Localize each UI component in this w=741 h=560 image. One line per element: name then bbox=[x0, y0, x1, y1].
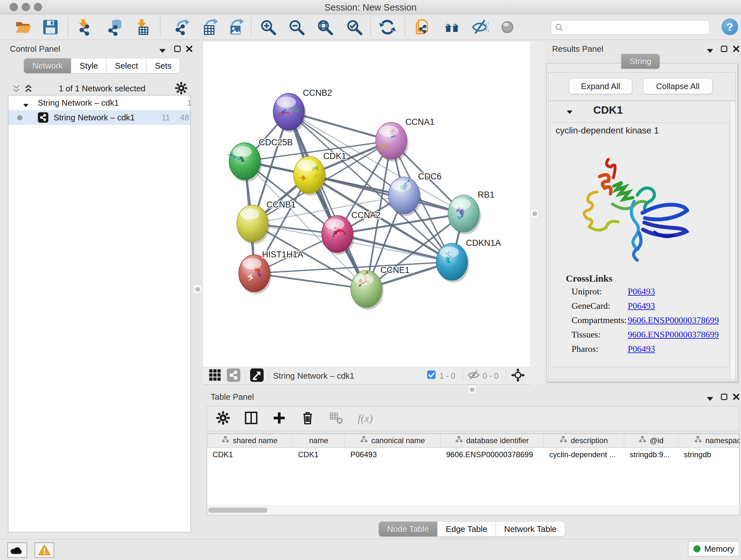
table-cell[interactable]: CDK1 bbox=[293, 448, 345, 462]
column-header-namespace[interactable]: namespace bbox=[678, 434, 740, 447]
open-folder-icon[interactable] bbox=[15, 18, 32, 36]
table-hscrollbar-thumb[interactable] bbox=[208, 508, 267, 513]
table-panel-menu-icon[interactable] bbox=[706, 395, 714, 404]
column-header-canonical-name[interactable]: canonical name bbox=[345, 434, 441, 447]
table-cell[interactable]: 9606.ENSP00000378699 bbox=[441, 448, 544, 462]
node-label-rb1: RB1 bbox=[478, 190, 495, 199]
delete-column-icon[interactable] bbox=[300, 411, 315, 427]
home-icon[interactable] bbox=[444, 18, 461, 36]
tab-sets[interactable]: Sets bbox=[146, 58, 180, 73]
table-panel-float-icon[interactable] bbox=[720, 393, 728, 402]
column-header-shared-name[interactable]: shared name bbox=[207, 434, 293, 447]
search-input[interactable] bbox=[551, 20, 710, 35]
add-column-icon[interactable] bbox=[272, 411, 286, 426]
tab-select[interactable]: Select bbox=[107, 58, 146, 73]
table-hscrollbar[interactable] bbox=[207, 506, 739, 515]
import-network-icon[interactable] bbox=[75, 18, 92, 36]
column-header-database-identifier[interactable]: database identifier bbox=[441, 434, 544, 447]
network-node-cdc6[interactable] bbox=[388, 177, 421, 216]
refresh-icon[interactable] bbox=[379, 18, 396, 36]
network-options-gear-icon[interactable] bbox=[175, 82, 188, 96]
network-canvas[interactable]: CCNB2CCNA1CDC25BCDK1CDC6RB1CCNB1CCNA2CDK… bbox=[203, 42, 530, 367]
crosslink-value[interactable]: P06493 bbox=[628, 287, 655, 297]
help-button[interactable]: ? bbox=[722, 18, 738, 35]
node-table[interactable]: shared namenamecanonical namedatabase id… bbox=[207, 434, 740, 515]
tab-network-table[interactable]: Network Table bbox=[496, 521, 565, 537]
table-panel-close-icon[interactable] bbox=[732, 393, 740, 402]
table-cell[interactable]: CDK1 bbox=[207, 448, 293, 462]
birdseye-grid-icon[interactable] bbox=[208, 368, 222, 383]
clone-network-icon[interactable] bbox=[414, 18, 431, 36]
collapse-all-networks-icon[interactable] bbox=[11, 84, 21, 95]
export-table-icon[interactable] bbox=[202, 18, 219, 36]
export-network-icon[interactable] bbox=[173, 18, 191, 36]
network-node-ccne1[interactable] bbox=[351, 270, 384, 310]
network-node-ccnb2[interactable] bbox=[273, 93, 306, 132]
protein-structure-image bbox=[559, 150, 693, 268]
open-in-window-icon[interactable] bbox=[250, 368, 264, 383]
zoom-in-icon[interactable] bbox=[259, 18, 277, 36]
import-database-icon[interactable] bbox=[106, 18, 123, 36]
save-icon[interactable] bbox=[42, 18, 59, 36]
cdk1-collapse-icon[interactable] bbox=[566, 108, 574, 117]
results-panel-menu-icon[interactable] bbox=[706, 47, 714, 56]
network-node-ccnb1[interactable] bbox=[237, 205, 270, 244]
crosslink-value[interactable]: 9606.ENSP00000378699 bbox=[628, 315, 719, 325]
column-header--id[interactable]: @id bbox=[624, 434, 678, 447]
table-row[interactable]: CDK1CDK1P064939606.ENSP00000378699cyclin… bbox=[207, 448, 739, 462]
tab-style[interactable]: Style bbox=[71, 58, 107, 73]
collapse-all-button[interactable]: Collapse All bbox=[643, 78, 713, 94]
network-node-ccna2[interactable] bbox=[322, 215, 354, 255]
crosslink-value[interactable]: P06493 bbox=[628, 344, 655, 354]
network-node-hist1h1a[interactable] bbox=[239, 255, 272, 294]
hidden-eye-icon[interactable] bbox=[467, 369, 480, 383]
show-columns-icon[interactable] bbox=[244, 411, 258, 426]
fit-selected-crosshair-icon[interactable] bbox=[510, 368, 526, 384]
warning-button[interactable] bbox=[35, 543, 54, 558]
table-cell[interactable]: P06493 bbox=[345, 448, 441, 462]
network-node-ccna1[interactable] bbox=[376, 122, 408, 162]
network-edge[interactable] bbox=[289, 112, 366, 289]
cloud-button[interactable] bbox=[7, 543, 27, 558]
right-splitter-handle[interactable] bbox=[530, 209, 539, 218]
table-cell[interactable]: stringdb:9... bbox=[624, 448, 678, 462]
eye-gray-icon[interactable] bbox=[499, 18, 516, 36]
control-panel-close-icon[interactable] bbox=[185, 45, 193, 54]
tab-node-table[interactable]: Node Table bbox=[379, 521, 437, 537]
control-panel-menu-icon[interactable] bbox=[158, 47, 166, 56]
results-panel-close-icon[interactable] bbox=[732, 45, 740, 54]
expand-all-button[interactable]: Expand All bbox=[569, 78, 632, 94]
zoom-out-icon[interactable] bbox=[288, 18, 305, 36]
results-scrollbar[interactable] bbox=[730, 102, 735, 379]
control-panel-float-icon[interactable] bbox=[173, 45, 182, 54]
table-settings-gear-icon[interactable] bbox=[216, 411, 230, 426]
selected-checkbox-icon[interactable] bbox=[427, 370, 437, 381]
network-node-cdkn1a[interactable] bbox=[436, 243, 469, 283]
column-header-name[interactable]: name bbox=[293, 434, 345, 447]
table-cell[interactable]: stringdb bbox=[678, 448, 740, 462]
memory-button[interactable]: Memory bbox=[688, 541, 740, 557]
toolbar-separator bbox=[68, 17, 68, 36]
tab-network[interactable]: Network bbox=[23, 58, 71, 73]
crosslink-value[interactable]: P06493 bbox=[628, 301, 655, 311]
zoom-fit-icon[interactable] bbox=[316, 18, 333, 36]
selected-node-edge-counts: 1 - 0 bbox=[440, 371, 455, 381]
crosslink-value[interactable]: 9606.ENSP00000378699 bbox=[628, 329, 719, 340]
column-header-description[interactable]: description bbox=[544, 434, 624, 447]
tab-edge-table[interactable]: Edge Table bbox=[437, 521, 496, 537]
network-node-rb1[interactable] bbox=[448, 195, 481, 234]
results-panel-float-icon[interactable] bbox=[720, 45, 728, 54]
tab-string[interactable]: String bbox=[621, 54, 660, 69]
hide-show-icon[interactable] bbox=[471, 18, 488, 36]
horizontal-splitter-handle[interactable] bbox=[468, 385, 476, 394]
zoom-selected-icon[interactable] bbox=[346, 18, 363, 36]
table-cell[interactable]: cyclin-dependent ... bbox=[544, 448, 624, 462]
export-image-icon[interactable] bbox=[227, 18, 245, 36]
expand-all-networks-icon[interactable] bbox=[23, 84, 33, 95]
left-splitter-handle[interactable] bbox=[193, 285, 202, 294]
network-tree-row[interactable]: String Network – cdk1 1 bbox=[8, 96, 191, 110]
import-table-icon[interactable] bbox=[133, 18, 151, 36]
column-header-label: namespace bbox=[705, 436, 740, 445]
network-node-cdk1[interactable] bbox=[293, 157, 327, 196]
network-tree-row[interactable]: String Network – cdk1 11 48 bbox=[8, 110, 191, 125]
